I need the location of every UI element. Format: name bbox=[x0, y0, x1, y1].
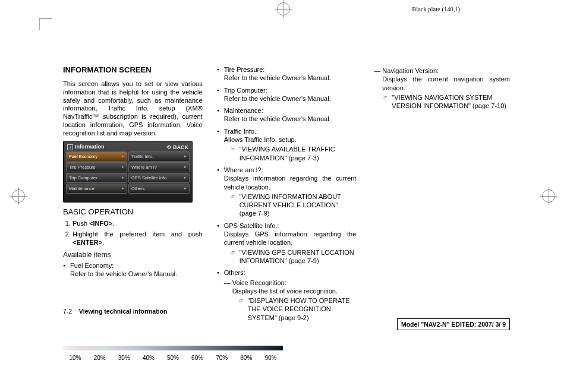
ref-where: ☞"VIEWING INFORMATION ABOUT CURRENT VEHI… bbox=[224, 192, 357, 218]
info-screen-screenshot: iInformation ⟲ BACK Fuel Economy▸ Tire P… bbox=[63, 141, 193, 203]
available-items-col1: Fuel Economy: Refer to the vehicle Owner… bbox=[63, 261, 203, 279]
menu-others: Others▸ bbox=[128, 184, 190, 194]
pointer-icon: ☞ bbox=[230, 248, 235, 256]
model-edition-box: Model "NAV2-N" EDITED: 2007/ 3/ 9 bbox=[397, 318, 510, 330]
density-label: 80% bbox=[240, 355, 252, 361]
ref-gps: ☞"VIEWING GPS CURRENT LOCATION INFORMATI… bbox=[224, 248, 357, 265]
item-trip-computer: Trip Computer: Refer to the vehicle Owne… bbox=[217, 86, 357, 103]
menu-fuel-economy: Fuel Economy▸ bbox=[66, 151, 127, 162]
page-section-title: Viewing technical information bbox=[79, 308, 168, 315]
content-columns: INFORMATION SCREEN This screen allows yo… bbox=[63, 65, 510, 325]
manual-page: Black plate (140,1) INFORMATION SCREEN T… bbox=[0, 0, 567, 392]
menu-trip-computer: Trip Computer▸ bbox=[66, 173, 127, 183]
item-fuel-economy: Fuel Economy: Refer to the vehicle Owner… bbox=[63, 261, 203, 279]
pointer-icon: ☞ bbox=[238, 296, 244, 304]
density-label: 40% bbox=[143, 355, 155, 361]
intro-paragraph: This screen allows you to set or view va… bbox=[63, 80, 203, 137]
item-gps-satellite: GPS Satellite Info.: Displays GPS inform… bbox=[217, 222, 357, 265]
available-items-heading: Available items bbox=[63, 251, 203, 259]
step-2: Highlight the preferred item and push <E… bbox=[73, 230, 203, 247]
item-where-am-i: Where am I?: Displays information regard… bbox=[217, 166, 357, 218]
density-labels: 10% 20% 30% 40% 50% 60% 70% 80% 90% bbox=[63, 355, 283, 361]
column-2: Tire Pressure: Refer to the vehicle Owne… bbox=[217, 65, 357, 325]
pointer-icon: ☞ bbox=[382, 93, 388, 101]
others-sublist-continued: Navigation Version: Displays the current… bbox=[374, 67, 510, 110]
ref-traffic: ☞"VIEWING AVAILABLE TRAFFIC INFORMATION"… bbox=[224, 145, 357, 162]
registration-mark-top bbox=[277, 2, 290, 15]
page-footer: 7-2 Viewing technical information Model … bbox=[63, 308, 510, 330]
density-label: 70% bbox=[216, 355, 228, 361]
available-items-col2: Tire Pressure: Refer to the vehicle Owne… bbox=[217, 65, 357, 322]
column-3: Navigation Version: Displays the current… bbox=[370, 65, 510, 325]
subitem-navigation-version: Navigation Version: Displays the current… bbox=[374, 67, 510, 110]
density-label: 10% bbox=[70, 355, 81, 361]
density-label: 60% bbox=[191, 355, 203, 361]
registration-mark-right bbox=[542, 189, 555, 203]
page-number: 7-2 bbox=[63, 308, 72, 315]
basic-operation-steps: Push <INFO>. Highlight the preferred ite… bbox=[63, 220, 203, 246]
registration-mark-left bbox=[12, 189, 25, 203]
basic-operation-heading: BASIC OPERATION bbox=[63, 207, 203, 216]
density-label: 20% bbox=[94, 355, 106, 361]
screenshot-title: Information bbox=[75, 144, 105, 150]
section-title: INFORMATION SCREEN bbox=[63, 65, 203, 74]
density-label: 90% bbox=[264, 355, 276, 361]
back-label: ⟲ BACK bbox=[166, 144, 188, 150]
menu-maintenance: Maintenance▸ bbox=[66, 184, 127, 194]
item-traffic-info: Traffic Info.: Allows Traffic Info. setu… bbox=[217, 127, 357, 162]
ref-nav-version: ☞"VIEWING NAVIGATION SYSTEM VERSION INFO… bbox=[382, 93, 510, 110]
pointer-icon: ☞ bbox=[230, 192, 235, 200]
pointer-icon: ☞ bbox=[230, 145, 235, 153]
column-1: INFORMATION SCREEN This screen allows yo… bbox=[63, 65, 203, 325]
density-label: 50% bbox=[167, 355, 179, 361]
crop-mark bbox=[39, 18, 52, 30]
menu-where-am-i: Where am I?▸ bbox=[128, 162, 190, 172]
item-tire-pressure: Tire Pressure: Refer to the vehicle Owne… bbox=[217, 65, 357, 83]
item-maintenance: Maintenance: Refer to the vehicle Owner'… bbox=[217, 106, 357, 124]
step-1: Push <INFO>. bbox=[73, 220, 203, 228]
plate-info: Black plate (140,1) bbox=[412, 6, 460, 12]
density-bar bbox=[63, 346, 283, 350]
info-icon: i bbox=[67, 144, 73, 150]
menu-tire-pressure: Tire Pressure▸ bbox=[66, 162, 127, 172]
density-label: 30% bbox=[118, 355, 130, 361]
menu-traffic-info: Traffic Info.▸ bbox=[128, 151, 190, 162]
menu-gps-satellite: GPS Satellite Info.▸ bbox=[128, 173, 190, 183]
